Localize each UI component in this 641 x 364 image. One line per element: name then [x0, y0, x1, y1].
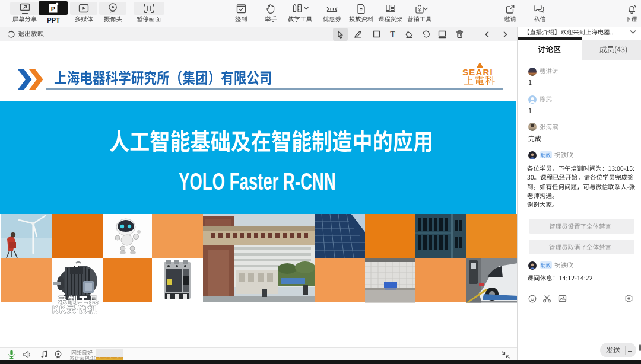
svg-text:P: P: [50, 5, 55, 12]
svg-text:T: T: [390, 30, 395, 39]
